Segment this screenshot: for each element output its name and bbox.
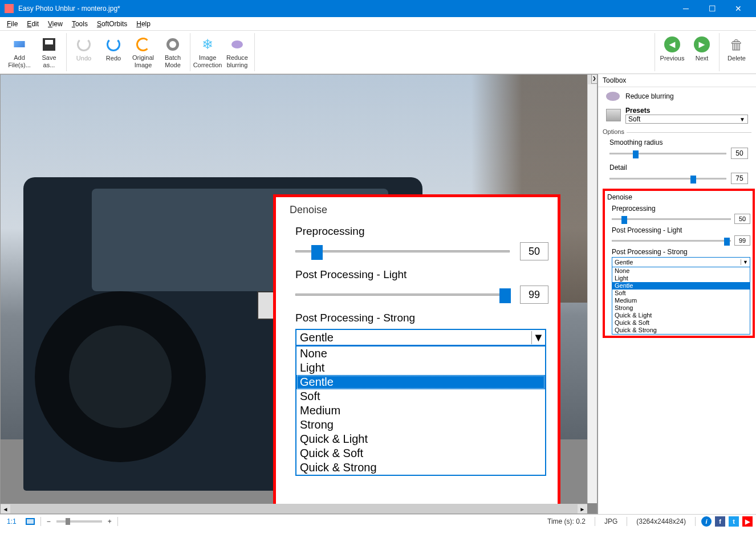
- presets-select[interactable]: Soft▼: [625, 115, 748, 124]
- maximize-button[interactable]: ☐: [699, 0, 725, 17]
- chevron-down-icon: ▼: [741, 259, 750, 265]
- poststrong-label: Post Processing - Strong: [285, 312, 548, 324]
- delete-button[interactable]: 🗑Delete: [722, 33, 751, 71]
- window-title: Easy Photo Unblur - montero.jpg*: [18, 5, 673, 13]
- postlight-label: Post Processing - Light: [285, 268, 548, 281]
- poststrong-dropdown: None Light Gentle Soft Medium Strong Qui…: [295, 346, 546, 476]
- option-soft-sidebar[interactable]: Soft: [612, 290, 750, 297]
- minimize-button[interactable]: ─: [673, 0, 699, 17]
- window-controls: ─ ☐ ✕: [673, 0, 751, 17]
- smoothing-slider[interactable]: [609, 153, 726, 154]
- poststrong-combo-sidebar[interactable]: Gentle▼: [612, 257, 750, 267]
- preprocessing-value-sidebar[interactable]: 50: [734, 214, 750, 224]
- save-as-button[interactable]: Save as...: [34, 33, 64, 71]
- chevron-down-icon: ▼: [531, 331, 545, 344]
- previous-button[interactable]: ◄Previous: [657, 33, 687, 71]
- batch-mode-button[interactable]: Batch Mode: [158, 33, 188, 71]
- option-quick-soft[interactable]: Quick & Soft: [296, 446, 545, 460]
- facebook-icon[interactable]: f: [715, 516, 725, 527]
- option-quick-strong-sidebar[interactable]: Quick & Strong: [612, 327, 750, 334]
- option-none[interactable]: None: [296, 347, 545, 361]
- blur-icon: [606, 92, 620, 101]
- option-light-sidebar[interactable]: Light: [612, 275, 750, 282]
- zoom-out-button[interactable]: −: [47, 517, 51, 525]
- option-quick-soft-sidebar[interactable]: Quick & Soft: [612, 319, 750, 327]
- social-icons: i f t ▶: [701, 516, 753, 527]
- smoothing-value[interactable]: 50: [731, 148, 748, 159]
- detail-slider[interactable]: [609, 178, 726, 180]
- poststrong-combo[interactable]: Gentle ▼: [295, 329, 546, 346]
- option-quick-light-sidebar[interactable]: Quick & Light: [612, 312, 750, 319]
- info-icon[interactable]: i: [701, 516, 712, 527]
- zoom-slider[interactable]: [56, 520, 102, 523]
- menu-view[interactable]: View: [43, 19, 67, 29]
- add-files-button[interactable]: Add File(s)...: [5, 33, 34, 71]
- option-gentle[interactable]: Gentle: [296, 375, 545, 389]
- status-format: JPG: [601, 517, 621, 525]
- postlight-value-sidebar[interactable]: 99: [734, 235, 750, 246]
- option-light[interactable]: Light: [296, 361, 545, 375]
- zoom-in-button[interactable]: +: [108, 517, 112, 525]
- youtube-icon[interactable]: ▶: [742, 516, 753, 527]
- chevron-down-icon: ▼: [739, 116, 745, 123]
- menu-edit[interactable]: Edit: [22, 19, 43, 29]
- presets-row: Presets Soft▼: [598, 105, 756, 127]
- option-strong-sidebar[interactable]: Strong: [612, 304, 750, 312]
- reduce-blurring-button[interactable]: Reduce blurring: [222, 33, 252, 71]
- presets-label: Presets: [625, 107, 748, 115]
- status-time: Time (s): 0.2: [544, 517, 589, 525]
- twitter-icon[interactable]: t: [729, 516, 739, 527]
- vertical-scrollbar[interactable]: ▲: [587, 75, 597, 503]
- redo-button[interactable]: Redo: [99, 33, 128, 71]
- close-button[interactable]: ✕: [725, 0, 751, 17]
- option-strong[interactable]: Strong: [296, 418, 545, 432]
- preprocessing-label: Preprocessing: [285, 225, 548, 238]
- option-medium-sidebar[interactable]: Medium: [612, 297, 750, 304]
- canvas-area[interactable]: K561CO Denoise Preprocessing 50 Post Pro…: [0, 74, 598, 514]
- menu-help[interactable]: Help: [132, 19, 155, 29]
- postlight-slider-sidebar[interactable]: [612, 240, 731, 242]
- option-quick-strong[interactable]: Quick & Strong: [296, 460, 545, 475]
- preprocessing-value[interactable]: 50: [520, 242, 548, 260]
- detail-value[interactable]: 75: [731, 173, 748, 184]
- horizontal-scrollbar[interactable]: ◄ ►: [1, 504, 587, 513]
- preprocessing-slider[interactable]: [295, 250, 510, 252]
- sidebar-collapse-button[interactable]: ❯: [591, 74, 598, 84]
- poststrong-dropdown-sidebar: None Light Gentle Soft Medium Strong Qui…: [612, 267, 750, 335]
- detail-label: Detail: [609, 164, 748, 172]
- main-area: K561CO Denoise Preprocessing 50 Post Pro…: [0, 74, 756, 514]
- next-button[interactable]: ►Next: [687, 33, 717, 71]
- postlight-slider[interactable]: [295, 294, 510, 296]
- presets-icon: [606, 109, 621, 121]
- option-none-sidebar[interactable]: None: [612, 267, 750, 275]
- toolbar: Add File(s)... Save as... Undo Redo Orig…: [0, 31, 756, 74]
- menu-tools[interactable]: Tools: [67, 19, 92, 29]
- zoom-ratio[interactable]: 1:1: [3, 517, 20, 525]
- preprocessing-slider-sidebar[interactable]: [612, 218, 731, 220]
- status-dimensions: (3264x2448x24): [633, 517, 689, 525]
- toolbox-sidebar: ❯ Toolbox Reduce blurring Presets Soft▼ …: [598, 74, 756, 514]
- undo-button[interactable]: Undo: [69, 33, 99, 71]
- smoothing-label: Smoothing radius: [609, 138, 748, 146]
- postlight-value[interactable]: 99: [520, 286, 548, 304]
- denoise-panel: Denoise Preprocessing 50 Post Processing…: [603, 189, 755, 338]
- menu-file[interactable]: File: [2, 19, 22, 29]
- statusbar: 1:1 − + Time (s): 0.2 JPG (3264x2448x24)…: [0, 514, 756, 528]
- original-image-button[interactable]: Original Image: [128, 33, 158, 71]
- option-medium[interactable]: Medium: [296, 403, 545, 418]
- current-tool-label: Reduce blurring: [625, 92, 674, 100]
- menu-softorbits[interactable]: SoftOrbits: [92, 19, 132, 29]
- titlebar: Easy Photo Unblur - montero.jpg* ─ ☐ ✕: [0, 0, 756, 17]
- image-correction-button[interactable]: ❄Image Correction: [193, 33, 222, 71]
- option-gentle-sidebar[interactable]: Gentle: [612, 282, 750, 290]
- menubar: File Edit View Tools SoftOrbits Help: [0, 17, 756, 31]
- app-icon: [5, 4, 14, 13]
- current-tool-row: Reduce blurring: [598, 87, 756, 105]
- option-quick-light[interactable]: Quick & Light: [296, 432, 545, 446]
- preprocessing-label-sidebar: Preprocessing: [612, 205, 750, 213]
- denoise-title: Denoise: [285, 204, 548, 216]
- option-soft[interactable]: Soft: [296, 389, 545, 403]
- postlight-label-sidebar: Post Processing - Light: [612, 226, 750, 234]
- options-caption: Options: [598, 127, 756, 136]
- fit-screen-icon[interactable]: [26, 518, 35, 525]
